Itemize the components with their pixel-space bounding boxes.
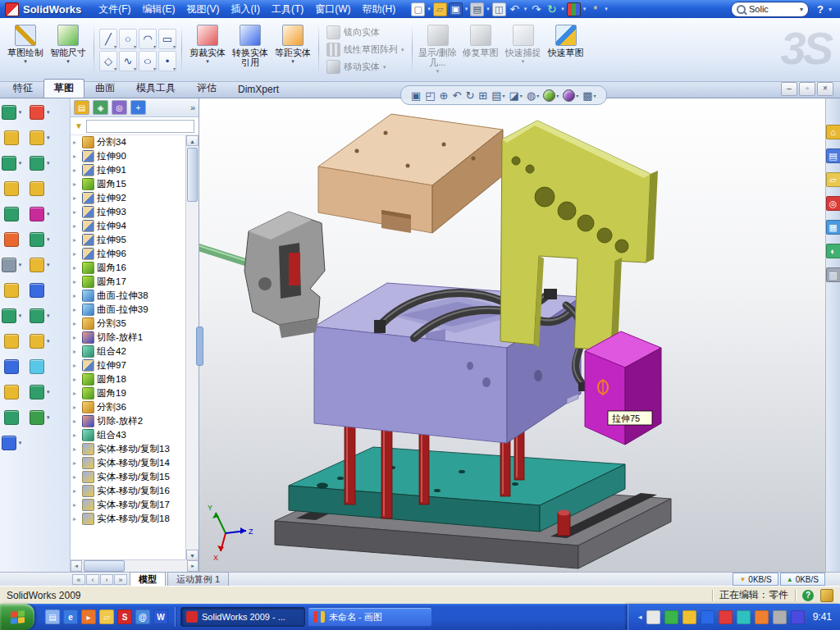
left-toolbar-button[interactable]: ▾ <box>30 130 50 145</box>
expand-arrow-icon[interactable]: ▸ <box>73 153 80 160</box>
expand-arrow-icon[interactable]: ▸ <box>73 222 80 230</box>
tree-item[interactable]: ▸拉伸90 <box>71 149 186 163</box>
convert-entities-button[interactable]: 转换实体引用 <box>230 22 271 78</box>
media-player-icon[interactable]: ▸ <box>81 609 96 624</box>
flyout-arrow-icon[interactable]: ▾ <box>47 313 50 319</box>
view-palette-icon[interactable]: ▦ <box>826 220 840 235</box>
status-help-badge[interactable]: ? <box>802 590 814 601</box>
top-plate[interactable] <box>318 114 503 233</box>
menu-e[interactable]: 编辑(E) <box>137 2 181 16</box>
flyout-arrow-icon[interactable]: ▾ <box>19 160 22 167</box>
color-swatch-icon[interactable] <box>567 2 581 16</box>
previous-view-icon[interactable]: ↶ <box>453 89 462 102</box>
search-input[interactable] <box>749 4 797 15</box>
left-toolbar-button[interactable]: ▾ <box>2 258 22 272</box>
apply-scene-icon[interactable]: ▾ <box>563 89 578 102</box>
expand-arrow-icon[interactable]: ▸ <box>73 473 80 481</box>
zoom-fit-icon[interactable]: ▣ <box>411 89 421 102</box>
close-window-button[interactable]: × <box>817 82 833 96</box>
flyout-arrow-icon[interactable]: ▾ <box>19 440 22 446</box>
expand-arrow-icon[interactable]: ▸ <box>73 390 80 397</box>
menu-v[interactable]: 视图(V) <box>181 2 226 16</box>
hide-show-items-icon[interactable]: ◍▾ <box>527 89 539 102</box>
tray-icon[interactable] <box>791 610 805 624</box>
internet-explorer-icon[interactable]: e <box>63 609 78 624</box>
expand-arrow-icon[interactable]: ▸ <box>73 362 80 369</box>
taskbar-task-button[interactable]: SolidWorks 2009 - ... <box>180 607 305 627</box>
left-toolbar-button[interactable]: ▾ <box>2 308 22 323</box>
flyout-arrow-icon[interactable]: ▾ <box>47 236 50 243</box>
tree-item[interactable]: ▸实体-移动/复制15 <box>71 470 186 484</box>
flyout-arrow-icon[interactable]: ▾ <box>19 109 22 116</box>
left-toolbar-button[interactable] <box>4 283 19 298</box>
solidworks-launcher-icon[interactable]: S <box>117 609 132 624</box>
expand-arrow-icon[interactable]: ▸ <box>73 306 80 313</box>
tree-item[interactable]: ▸组合43 <box>71 428 186 442</box>
left-toolbar-button[interactable]: ▾ <box>30 156 50 171</box>
rotate-view-icon[interactable]: ↻ <box>465 89 474 102</box>
expand-arrow-icon[interactable]: ▸ <box>73 501 80 509</box>
tree-item[interactable]: ▸圆角16 <box>71 261 186 275</box>
open-icon[interactable]: ▱ <box>433 2 447 16</box>
left-toolbar-button[interactable]: ▾ <box>2 105 22 120</box>
dropdown-arrow-icon[interactable]: ▾ <box>583 6 587 12</box>
tree-item[interactable]: ▸拉伸96 <box>71 247 186 261</box>
tab-evaluate[interactable]: 评估 <box>186 79 227 98</box>
left-toolbar-button[interactable] <box>4 130 19 145</box>
taskbar-task-button[interactable]: 未命名 - 画图 <box>308 607 432 627</box>
tree-item[interactable]: ▸拉伸94 <box>71 219 186 233</box>
flyout-arrow-icon[interactable]: ▾ <box>47 211 50 217</box>
move-entities-button[interactable]: 移动实体▾ <box>325 60 406 74</box>
panel-splitter-handle[interactable] <box>196 326 203 366</box>
tab-mold-tools[interactable]: 模具工具 <box>126 79 186 98</box>
tray-icon[interactable] <box>719 610 733 624</box>
tree-item[interactable]: ▸分割35 <box>71 317 186 331</box>
zoom-in-out-icon[interactable]: ⊕ <box>440 89 449 102</box>
custom-properties-icon[interactable]: ▥ <box>826 267 840 282</box>
file-explorer-icon[interactable]: ▱ <box>826 172 840 187</box>
rebuild-icon[interactable]: ↻ <box>545 2 559 16</box>
expand-arrow-icon[interactable]: ▸ <box>73 515 80 523</box>
expand-arrow-icon[interactable]: ▸ <box>73 278 80 285</box>
dropdown-arrow-icon[interactable]: ▾ <box>524 6 527 12</box>
design-library-icon[interactable]: ▤ <box>826 148 840 163</box>
arc-icon[interactable]: ◠▾ <box>139 29 157 49</box>
scrollbar-thumb[interactable] <box>187 148 198 202</box>
dropdown-arrow-icon[interactable]: ▾ <box>465 6 468 12</box>
expand-arrow-icon[interactable]: ▸ <box>73 167 80 174</box>
sprue-arm[interactable] <box>199 212 325 338</box>
left-toolbar-button[interactable] <box>4 385 19 399</box>
show-desktop-icon[interactable]: ▤ <box>45 609 60 624</box>
print-preview-icon[interactable]: ◫ <box>492 2 506 16</box>
feature-filter-input[interactable] <box>86 120 194 133</box>
left-toolbar-button[interactable] <box>4 359 19 374</box>
menu-i[interactable]: 插入(I) <box>226 2 266 16</box>
tab-surfaces[interactable]: 曲面 <box>84 79 126 98</box>
display-style-icon[interactable]: ◪▾ <box>509 89 523 102</box>
tree-horizontal-scrollbar[interactable]: ◂ ▸ <box>71 559 199 572</box>
left-toolbar-button[interactable]: ▾ <box>30 207 50 221</box>
smart-dimension-button[interactable]: 智能尺寸▾ <box>48 22 89 78</box>
flyout-arrow-icon[interactable]: ▾ <box>47 160 50 167</box>
help-button[interactable]: ? <box>817 3 824 16</box>
tray-collapse-icon[interactable]: ◂ <box>638 613 642 621</box>
line-icon[interactable]: ╱▾ <box>99 29 117 49</box>
offset-entities-button[interactable]: 等距实体▾ <box>272 22 313 78</box>
tree-item[interactable]: ▸拉伸91 <box>71 163 186 177</box>
repair-sketch-button[interactable]: 修复草图 <box>460 22 501 78</box>
flyout-arrow-icon[interactable]: ▾ <box>19 262 22 268</box>
expand-arrow-icon[interactable]: ▸ <box>73 320 80 327</box>
flyout-arrow-icon[interactable]: ▾ <box>47 135 50 141</box>
left-toolbar-button[interactable] <box>4 410 19 425</box>
display-delete-relations-button[interactable]: 显示/删除几...▾ <box>418 22 459 78</box>
expand-arrow-icon[interactable]: ▸ <box>73 445 80 453</box>
expand-arrow-icon[interactable]: ▸ <box>73 459 80 467</box>
expand-arrow-icon[interactable]: ▸ <box>73 139 80 146</box>
first-tab-button[interactable]: « <box>72 574 85 585</box>
rectangle-icon[interactable]: ▭▾ <box>158 29 176 49</box>
left-toolbar-button[interactable]: ▾ <box>30 232 50 247</box>
dimxpertmanager-tab-icon[interactable]: + <box>130 100 146 115</box>
view-orientation-icon[interactable]: ▤▾ <box>491 89 504 102</box>
restore-window-button[interactable]: ▫ <box>799 82 815 96</box>
left-toolbar-button[interactable] <box>30 181 44 196</box>
